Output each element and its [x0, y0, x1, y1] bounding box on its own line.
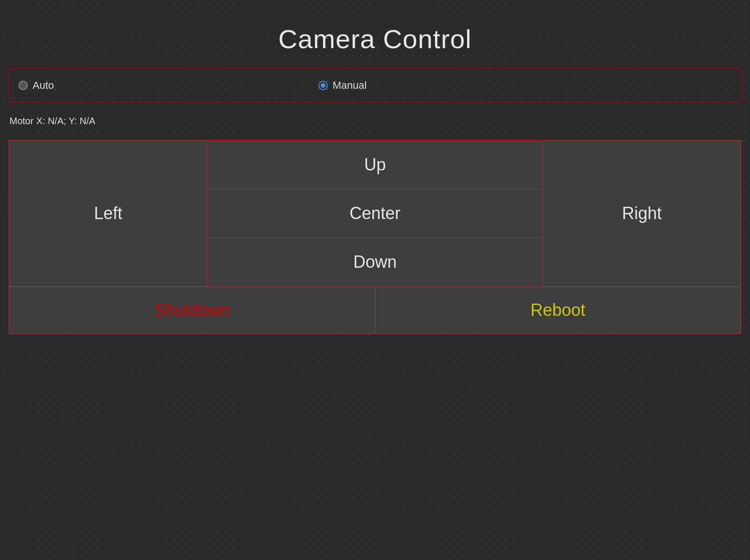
- right-button[interactable]: Right: [543, 140, 741, 287]
- direction-controls: Left Up Center Down Right: [9, 140, 741, 287]
- page-title: Camera Control: [0, 0, 750, 68]
- vertical-controls: Up Center Down: [207, 140, 543, 287]
- radio-manual-label: Manual: [332, 79, 366, 92]
- center-button[interactable]: Center: [208, 189, 542, 238]
- radio-row: Auto Manual: [18, 79, 732, 92]
- radio-section: Auto Manual: [9, 68, 741, 102]
- radio-auto-label: Auto: [33, 79, 54, 92]
- radio-manual-indicator: [318, 81, 328, 90]
- reboot-button[interactable]: Reboot: [375, 287, 741, 334]
- bottom-controls: Shutdown Reboot: [9, 287, 741, 334]
- up-button[interactable]: Up: [208, 141, 542, 189]
- left-button[interactable]: Left: [9, 140, 207, 287]
- radio-auto-indicator: [18, 81, 28, 90]
- shutdown-button[interactable]: Shutdown: [9, 287, 375, 334]
- motor-status: Motor X: N/A; Y: N/A: [0, 102, 750, 135]
- radio-manual[interactable]: Manual: [318, 79, 366, 92]
- radio-auto[interactable]: Auto: [18, 79, 54, 92]
- controls-outer: Left Up Center Down Right Shutdown Reboo…: [9, 140, 741, 334]
- down-button[interactable]: Down: [208, 238, 542, 286]
